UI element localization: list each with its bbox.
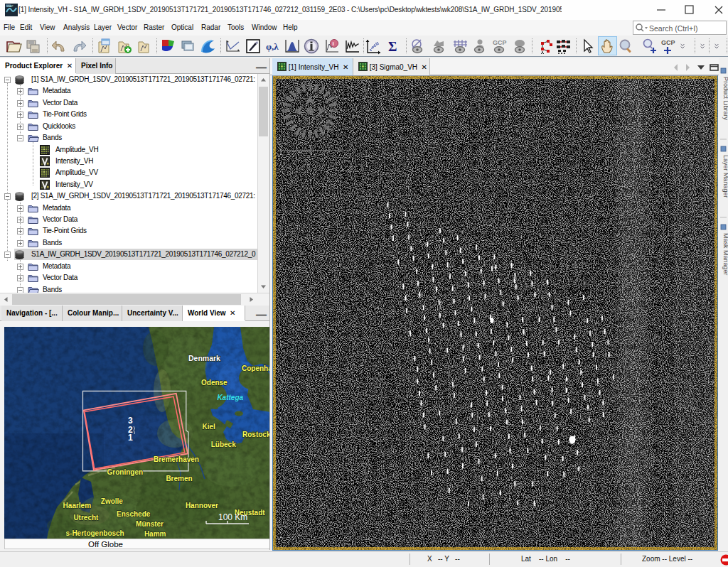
svg-text:Kiel: Kiel [203,423,216,431]
svg-text:1: 1 [128,433,133,443]
svg-text:Kattega: Kattega [217,394,243,401]
svg-text:Hamm: Hamm [144,530,166,538]
svg-text:Hannover: Hannover [186,502,218,509]
svg-text:Bremen: Bremen [166,475,192,482]
svg-text:3: 3 [128,416,133,426]
svg-text:Denmark: Denmark [188,354,220,362]
svg-text:Lübeck: Lübeck [211,441,236,448]
svg-text:Σ: Σ [388,39,397,54]
svg-text:Groningen: Groningen [107,468,144,476]
svg-text:s-Hertogenbosch: s-Hertogenbosch [66,529,124,537]
svg-text:GCP: GCP [493,39,507,46]
svg-text:Münster: Münster [136,520,164,528]
svg-text:Zwolle: Zwolle [101,497,124,505]
svg-text:GCP: GCP [661,39,675,46]
svg-text:Odense: Odense [201,379,228,387]
svg-text:Rostock: Rostock [242,431,271,438]
svg-text:SNAP: SNAP [6,5,14,8]
svg-text:i: i [333,40,334,47]
svg-text:Haarlem: Haarlem [63,502,92,509]
svg-text:Mask Manager: Mask Manager [722,233,728,276]
svg-text:Bremerhaven: Bremerhaven [154,455,199,463]
svg-text:Enschede: Enschede [117,510,151,518]
svg-text:Layer Manager: Layer Manager [722,155,728,198]
svg-text:Utrecht: Utrecht [73,514,99,522]
svg-text:100 Km: 100 Km [218,512,247,522]
svg-text:Product Library: Product Library [722,77,728,121]
svg-text:Copenha: Copenha [242,364,271,372]
svg-text:φ,λ: φ,λ [266,41,279,52]
